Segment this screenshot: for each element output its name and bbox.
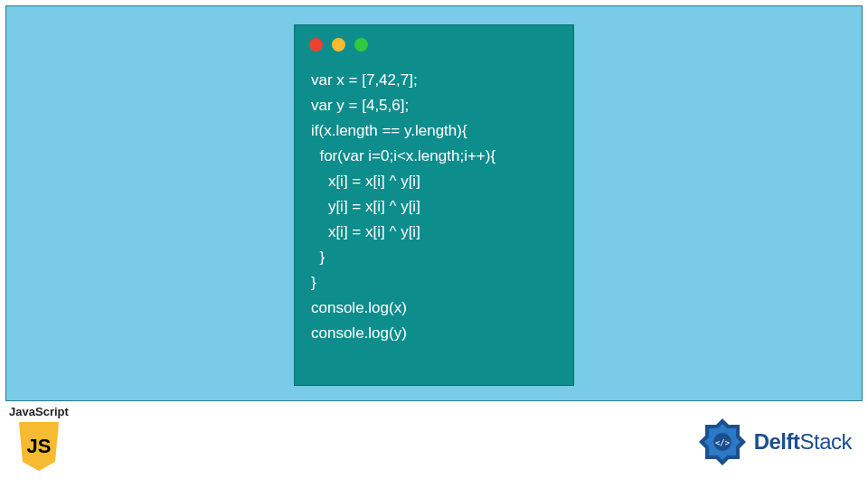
javascript-label: JavaScript bbox=[7, 405, 71, 418]
code-window: var x = [7,42,7]; var y = [4,5,6]; if(x.… bbox=[294, 24, 574, 386]
close-icon bbox=[309, 38, 323, 52]
brand-rest: Stack bbox=[799, 429, 852, 454]
javascript-badge: JavaScript JS bbox=[7, 405, 71, 473]
svg-text:JS: JS bbox=[27, 435, 52, 457]
brand-bold: Delft bbox=[754, 429, 800, 454]
delftstack-logo-icon: </> bbox=[696, 416, 749, 468]
svg-text:</>: </> bbox=[714, 438, 730, 447]
javascript-shield-icon: JS bbox=[17, 420, 61, 473]
delftstack-brand: </> DelftStack bbox=[696, 416, 852, 468]
banner: var x = [7,42,7]; var y = [4,5,6]; if(x.… bbox=[5, 5, 863, 401]
delftstack-wordmark: DelftStack bbox=[754, 429, 852, 455]
minimize-icon bbox=[332, 38, 345, 52]
code-block: var x = [7,42,7]; var y = [4,5,6]; if(x.… bbox=[295, 59, 573, 363]
traffic-lights bbox=[295, 25, 573, 59]
maximize-icon bbox=[354, 38, 368, 52]
